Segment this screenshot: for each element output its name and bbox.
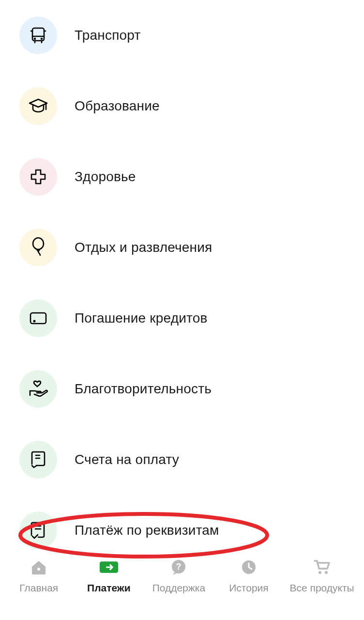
charity-icon	[19, 370, 57, 408]
tab-all-products[interactable]: Все продукты	[290, 559, 354, 594]
cart-icon	[312, 559, 332, 575]
tab-payments[interactable]: Платежи	[80, 559, 138, 594]
svg-point-9	[33, 238, 44, 249]
svg-point-11	[34, 321, 35, 322]
payment-details-icon	[19, 512, 57, 549]
category-label: Отдых и развлечения	[75, 240, 212, 255]
svg-point-23	[325, 571, 328, 574]
category-item-loans[interactable]: Погашение кредитов	[0, 283, 364, 354]
health-cross-icon	[19, 158, 57, 196]
category-item-education[interactable]: Образование	[0, 71, 364, 141]
svg-point-4	[34, 38, 35, 39]
category-label: Погашение кредитов	[75, 310, 208, 326]
invoice-icon	[19, 441, 57, 479]
category-item-health[interactable]: Здоровье	[0, 141, 364, 212]
svg-text:?: ?	[176, 562, 182, 572]
support-icon: ?	[168, 559, 189, 575]
tab-label: Поддержка	[152, 582, 206, 594]
tab-home[interactable]: Главная	[10, 559, 68, 594]
category-item-bills[interactable]: Счета на оплату	[0, 424, 364, 495]
category-label: Здоровье	[75, 169, 136, 185]
category-item-charity[interactable]: Благотворительность	[0, 354, 364, 424]
category-label: Платёж по реквизитам	[75, 523, 219, 538]
svg-rect-10	[30, 313, 46, 324]
category-label: Благотворительность	[75, 381, 212, 397]
payments-icon	[99, 559, 119, 575]
payment-category-list: Транспорт Образование Здоровье	[0, 0, 364, 549]
category-item-leisure[interactable]: Отдых и развлечения	[0, 212, 364, 283]
tab-label: История	[229, 582, 268, 594]
tab-history[interactable]: История	[220, 559, 278, 594]
category-item-pay-by-details[interactable]: Платёж по реквизитам	[0, 495, 364, 549]
tab-label: Главная	[19, 582, 58, 594]
tab-label: Все продукты	[290, 582, 354, 594]
category-item-transport[interactable]: Транспорт	[0, 0, 364, 71]
home-icon	[29, 559, 49, 575]
tab-support[interactable]: ? Поддержка	[150, 559, 208, 594]
history-icon	[239, 559, 259, 575]
balloon-icon	[19, 229, 57, 266]
tab-label: Платежи	[87, 582, 131, 594]
svg-point-22	[318, 571, 321, 574]
category-label: Транспорт	[75, 28, 140, 43]
category-label: Образование	[75, 98, 160, 114]
svg-point-17	[37, 568, 40, 571]
graduation-cap-icon	[19, 87, 57, 125]
bottom-tab-bar: Главная Платежи ? Поддержка Истор	[0, 549, 364, 620]
svg-point-5	[41, 38, 42, 39]
bus-icon	[19, 16, 57, 54]
category-label: Счета на оплату	[75, 452, 179, 467]
card-icon	[19, 299, 57, 337]
